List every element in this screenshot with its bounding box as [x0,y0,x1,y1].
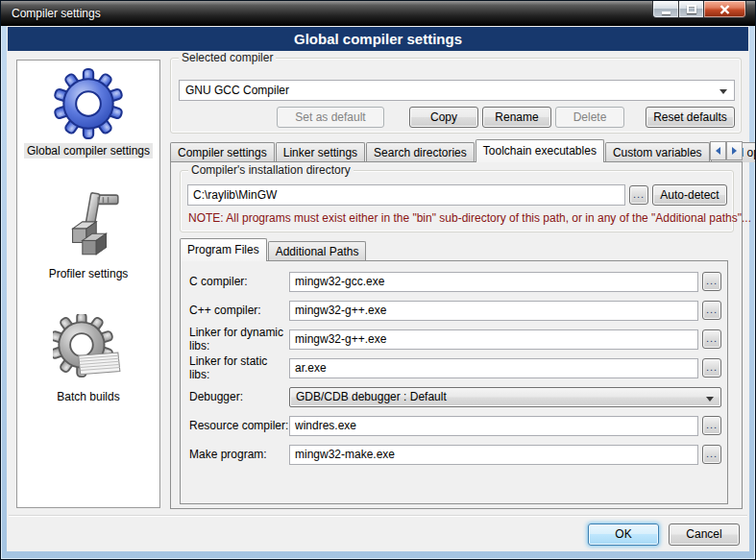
arrow-left-icon [716,147,720,155]
make-program-row: Make program: ... [189,444,721,465]
installation-directory-input[interactable] [187,184,625,206]
close-icon [719,5,730,14]
selected-compiler-group-label: Selected compiler [179,51,276,64]
gear-gray-stack-icon [53,314,124,385]
selected-compiler-group: Selected compiler GNU GCC Compiler Set a… [170,58,742,134]
debugger-row: Debugger: GDB/CDB debugger : Default [189,386,721,407]
sidebar-item-label: Global compiler settings [24,143,153,158]
tab-compiler-settings[interactable]: Compiler settings [170,142,275,162]
gear-blue-icon [53,68,124,139]
compiler-select-value: GNU GCC Compiler [185,84,289,97]
set-as-default-button[interactable]: Set as default [277,107,384,128]
make-program-browse-button[interactable]: ... [702,445,721,464]
chevron-down-icon [719,89,727,94]
dynamic-linker-browse-button[interactable]: ... [702,329,721,349]
static-linker-row: Linker for static libs: ... [189,357,721,378]
installation-note: NOTE: All programs must exist either in … [188,211,751,225]
tab-toolchain-executables[interactable]: Toolchain executables [476,139,604,162]
make-program-label: Make program: [189,448,289,461]
arrow-right-icon [732,147,737,155]
tab-scroll-left-button[interactable] [710,141,726,160]
static-linker-browse-button[interactable]: ... [702,358,721,377]
resource-compiler-browse-button[interactable]: ... [702,416,721,435]
rename-button[interactable]: Rename [482,107,551,128]
sidebar-item-label: Profiler settings [46,266,132,281]
page-title: Global compiler settings [8,27,748,51]
auto-detect-button[interactable]: Auto-detect [652,184,727,206]
compiler-settings-dialog: Compiler settings Global compiler settin… [0,0,756,560]
footer-divider [9,515,747,517]
c-compiler-label: C compiler: [189,275,289,288]
titlebar[interactable]: Compiler settings [1,1,755,26]
tab-custom-variables[interactable]: Custom variables [605,142,710,162]
static-linker-label: Linker for static libs: [189,354,289,381]
caliper-icon [53,191,124,262]
cancel-button[interactable]: Cancel [669,523,740,546]
debugger-select[interactable]: GDB/CDB debugger : Default [289,387,721,407]
toolchain-executables-panel: Compiler's installation directory ... Au… [170,161,743,509]
static-linker-input[interactable] [289,358,698,378]
delete-button[interactable]: Delete [555,107,624,128]
settings-category-list: Global compiler settings [16,60,160,508]
maximize-button[interactable] [678,1,704,18]
subtab-program-files[interactable]: Program Files [180,238,267,261]
installation-directory-browse-button[interactable]: ... [629,185,648,205]
installation-directory-group: Compiler's installation directory ... Au… [180,170,734,232]
minimize-icon [662,12,671,14]
tab-search-directories[interactable]: Search directories [366,142,475,162]
sidebar-item-global-compiler-settings[interactable]: Global compiler settings [17,68,159,158]
programs-subtabstrip: Program Files Additional Paths [180,239,367,261]
dynamic-linker-input[interactable] [289,329,698,350]
make-program-input[interactable] [289,445,698,465]
debugger-select-value: GDB/CDB debugger : Default [296,390,447,403]
c-compiler-browse-button[interactable]: ... [702,272,721,291]
chevron-down-icon [706,397,714,402]
resource-compiler-label: Resource compiler: [189,419,289,432]
cpp-compiler-label: C++ compiler: [189,304,289,317]
copy-button[interactable]: Copy [409,107,478,128]
window-title: Compiler settings [12,7,101,20]
cpp-compiler-input[interactable] [289,301,698,321]
subtab-additional-paths[interactable]: Additional Paths [268,241,367,261]
sidebar-item-label: Batch builds [54,389,122,404]
installation-directory-group-label: Compiler's installation directory [188,163,354,177]
main-tabstrip: Compiler settings Linker settings Search… [170,139,743,162]
debugger-label: Debugger: [189,390,289,403]
minimize-button[interactable] [652,1,678,18]
tab-linker-settings[interactable]: Linker settings [276,142,365,162]
sidebar-item-batch-builds[interactable]: Batch builds [17,314,159,404]
c-compiler-input[interactable] [289,272,698,292]
program-files-panel: C compiler: ... C++ compiler: ... Linker… [180,260,728,504]
c-compiler-row: C compiler: ... [189,271,721,292]
dynamic-linker-row: Linker for dynamic libs: ... [189,329,721,350]
sidebar-item-profiler-settings[interactable]: Profiler settings [17,191,159,281]
compiler-select[interactable]: GNU GCC Compiler [179,80,735,101]
cpp-compiler-browse-button[interactable]: ... [702,301,721,320]
cpp-compiler-row: C++ compiler: ... [189,300,721,321]
resource-compiler-row: Resource compiler: ... [189,415,721,436]
tab-scroll-right-button[interactable] [726,141,743,160]
dynamic-linker-label: Linker for dynamic libs: [189,326,289,353]
resource-compiler-input[interactable] [289,416,698,436]
dialog-client-area: Global compiler settings [7,26,749,551]
ok-button[interactable]: OK [588,523,659,546]
maximize-icon [687,5,696,13]
close-button[interactable] [704,1,746,18]
reset-defaults-button[interactable]: Reset defaults [646,107,735,128]
